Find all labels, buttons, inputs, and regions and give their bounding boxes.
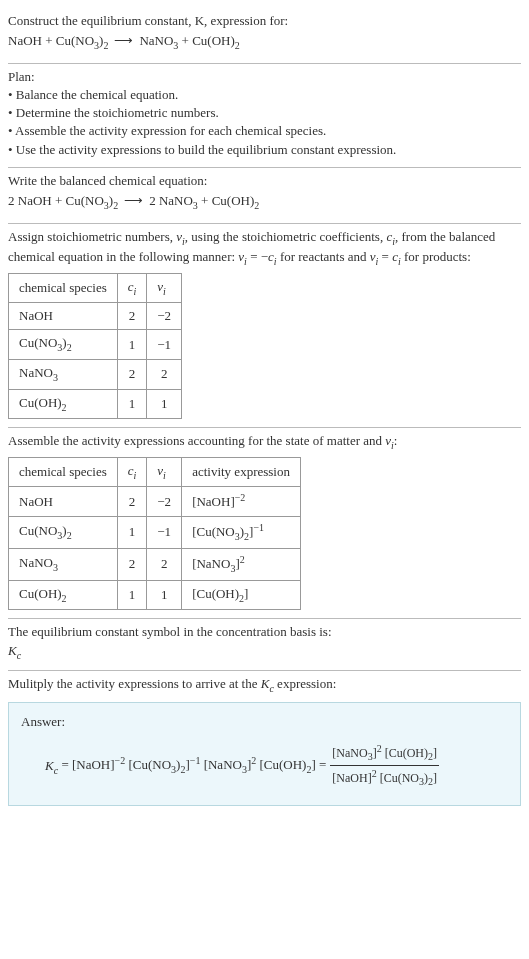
cell-ci: 2 (117, 548, 147, 580)
title-section: Construct the equilibrium constant, K, e… (8, 8, 521, 63)
answer-box: Answer: Kc = [NaOH]−2 [Cu(NO3)2]−1 [NaNO… (8, 702, 521, 806)
cell-species: NaNO3 (9, 548, 118, 580)
cell-species: Cu(OH)2 (9, 389, 118, 419)
cell-species: Cu(NO3)2 (9, 330, 118, 360)
plan-item: • Balance the chemical equation. (8, 86, 521, 104)
symbol-text: The equilibrium constant symbol in the c… (8, 623, 521, 641)
plan-item: • Use the activity expressions to build … (8, 141, 521, 159)
plan-item: • Determine the stoichiometric numbers. (8, 104, 521, 122)
fraction-numerator: [NaNO3]2 [Cu(OH)2] (330, 741, 439, 765)
balanced-header: Write the balanced chemical equation: (8, 172, 521, 190)
table-header-row: chemical species ci νi activity expressi… (9, 457, 301, 487)
table-row: NaOH 2 −2 (9, 303, 182, 330)
cell-species: NaOH (9, 487, 118, 517)
cell-nui: −1 (147, 516, 182, 548)
kc-fraction: [NaNO3]2 [Cu(OH)2] [NaOH]2 [Cu(NO3)2] (330, 741, 439, 791)
stoich-table: chemical species ci νi NaOH 2 −2 Cu(NO3)… (8, 273, 182, 420)
cell-nui: −1 (147, 330, 182, 360)
stoich-assign-section: Assign stoichiometric numbers, νi, using… (8, 224, 521, 428)
cell-ci: 1 (117, 389, 147, 419)
col-nui: νi (147, 273, 182, 303)
kc-flat-expression: Kc = [NaOH]−2 [Cu(NO3)2]−1 [NaNO3]2 [Cu(… (45, 754, 326, 777)
col-activity: activity expression (182, 457, 301, 487)
cell-ci: 2 (117, 303, 147, 330)
table-row: NaOH 2 −2 [NaOH]−2 (9, 487, 301, 517)
plan-header: Plan: (8, 68, 521, 86)
plan-section: Plan: • Balance the chemical equation. •… (8, 64, 521, 167)
cell-species: NaOH (9, 303, 118, 330)
fraction-denominator: [NaOH]2 [Cu(NO3)2] (330, 766, 439, 790)
table-row: NaNO3 2 2 (9, 360, 182, 390)
table-row: Cu(NO3)2 1 −1 (9, 330, 182, 360)
cell-activity: [NaOH]−2 (182, 487, 301, 517)
assign-text: Assign stoichiometric numbers, νi, using… (8, 228, 521, 269)
table-row: Cu(OH)2 1 1 [Cu(OH)2] (9, 580, 301, 610)
col-species: chemical species (9, 273, 118, 303)
col-ci: ci (117, 273, 147, 303)
cell-nui: 1 (147, 580, 182, 610)
table-row: NaNO3 2 2 [NaNO3]2 (9, 548, 301, 580)
activity-section: Assemble the activity expressions accoun… (8, 428, 521, 618)
title-text: Construct the equilibrium constant, K, e… (8, 12, 521, 30)
cell-ci: 1 (117, 330, 147, 360)
col-species: chemical species (9, 457, 118, 487)
cell-activity: [NaNO3]2 (182, 548, 301, 580)
cell-nui: 2 (147, 360, 182, 390)
table-header-row: chemical species ci νi (9, 273, 182, 303)
cell-species: NaNO3 (9, 360, 118, 390)
cell-activity: [Cu(OH)2] (182, 580, 301, 610)
multiply-section: Mulitply the activity expressions to arr… (8, 671, 521, 814)
balanced-equation: 2 NaOH + Cu(NO3)2⟶2 NaNO3 + Cu(OH)2 (8, 190, 521, 215)
cell-species: Cu(NO3)2 (9, 516, 118, 548)
cell-species: Cu(OH)2 (9, 580, 118, 610)
table-row: Cu(OH)2 1 1 (9, 389, 182, 419)
col-ci: ci (117, 457, 147, 487)
cell-activity: [Cu(NO3)2]−1 (182, 516, 301, 548)
plan-item: • Assemble the activity expression for e… (8, 122, 521, 140)
cell-nui: −2 (147, 303, 182, 330)
cell-ci: 1 (117, 580, 147, 610)
multiply-text: Mulitply the activity expressions to arr… (8, 675, 521, 696)
cell-nui: 2 (147, 548, 182, 580)
kc-expression: Kc = [NaOH]−2 [Cu(NO3)2]−1 [NaNO3]2 [Cu(… (21, 741, 508, 791)
balanced-section: Write the balanced chemical equation: 2 … (8, 168, 521, 223)
answer-label: Answer: (21, 713, 508, 731)
symbol-section: The equilibrium constant symbol in the c… (8, 619, 521, 670)
kc-symbol: Kc (8, 642, 521, 663)
cell-ci: 2 (117, 487, 147, 517)
cell-ci: 2 (117, 360, 147, 390)
cell-ci: 1 (117, 516, 147, 548)
cell-nui: 1 (147, 389, 182, 419)
assemble-text: Assemble the activity expressions accoun… (8, 432, 521, 453)
table-row: Cu(NO3)2 1 −1 [Cu(NO3)2]−1 (9, 516, 301, 548)
cell-nui: −2 (147, 487, 182, 517)
activity-table: chemical species ci νi activity expressi… (8, 457, 301, 611)
col-nui: νi (147, 457, 182, 487)
unbalanced-equation: NaOH + Cu(NO3)2⟶NaNO3 + Cu(OH)2 (8, 30, 521, 55)
